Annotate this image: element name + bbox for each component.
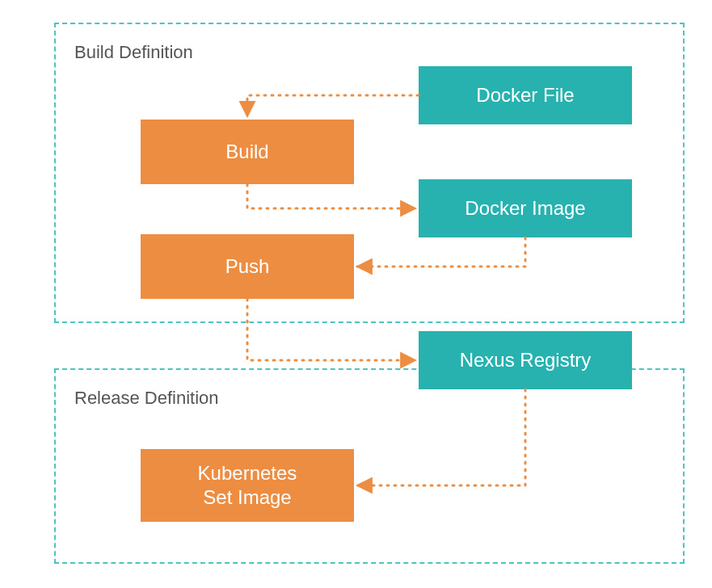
node-build: Build	[141, 120, 354, 184]
diagram-canvas: Build Definition Release Definition Dock…	[0, 0, 712, 588]
group-build-definition-label: Build Definition	[74, 42, 193, 63]
node-kubernetes-label: Kubernetes Set Image	[198, 461, 297, 510]
node-kubernetes-set-image: Kubernetes Set Image	[141, 449, 354, 522]
node-docker-file: Docker File	[419, 66, 632, 124]
node-push: Push	[141, 234, 354, 299]
group-release-definition-label: Release Definition	[74, 388, 219, 409]
node-nexus-registry: Nexus Registry	[419, 331, 632, 389]
node-docker-image: Docker Image	[419, 179, 632, 237]
